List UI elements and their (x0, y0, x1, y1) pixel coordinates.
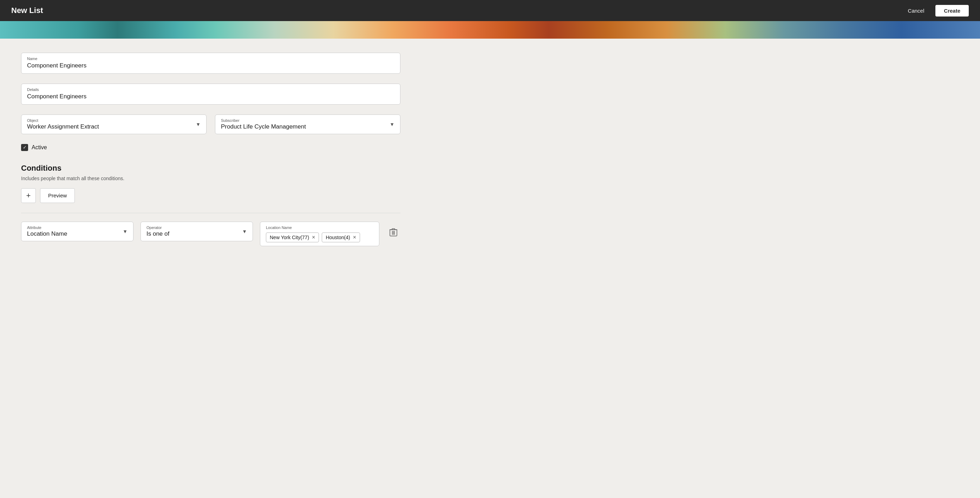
operator-value: Is one of (146, 231, 169, 237)
details-label: Details (27, 88, 395, 92)
main-content: Name Component Engineers Details Compone… (0, 39, 422, 260)
details-field: Details Component Engineers (21, 84, 401, 105)
tag-houston: Houston(4) × (322, 232, 360, 242)
add-condition-button[interactable]: + (21, 188, 36, 203)
operator-select[interactable]: Operator Is one of ▼ (140, 221, 253, 241)
attribute-select[interactable]: Attribute Location Name ▼ (21, 221, 134, 241)
tags-wrapper: Location Name New York City(77) × Housto… (260, 221, 379, 246)
tags-container: New York City(77) × Houston(4) × (266, 232, 373, 242)
condition-row: Attribute Location Name ▼ Operator Is on… (21, 221, 401, 246)
checkmark-icon: ✓ (23, 145, 27, 150)
details-input-wrapper: Details Component Engineers (21, 84, 401, 105)
subscriber-value: Product Life Cycle Management (221, 123, 306, 130)
attribute-field: Attribute Location Name ▼ (21, 221, 134, 241)
selects-row: Object Worker Assignment Extract ▼ Subsc… (21, 115, 401, 134)
name-input-wrapper: Name Component Engineers (21, 53, 401, 74)
operator-select-content: Operator Is one of (146, 226, 169, 237)
subscriber-select[interactable]: Subscriber Product Life Cycle Management… (215, 115, 401, 134)
object-value: Worker Assignment Extract (27, 123, 99, 130)
active-checkbox[interactable]: ✓ (21, 144, 28, 151)
conditions-title: Conditions (21, 164, 401, 173)
attribute-label: Attribute (27, 226, 67, 230)
operator-field: Operator Is one of ▼ (140, 221, 253, 241)
object-label: Object (27, 118, 99, 123)
tag-new-york-label: New York City(77) (270, 235, 309, 240)
conditions-section: Conditions Includes people that match al… (21, 164, 401, 246)
conditions-actions: + Preview (21, 188, 401, 203)
operator-label: Operator (146, 226, 169, 230)
object-select[interactable]: Object Worker Assignment Extract ▼ (21, 115, 207, 134)
active-row: ✓ Active (21, 144, 401, 151)
condition-delete (387, 221, 401, 239)
attribute-value: Location Name (27, 231, 67, 237)
preview-button[interactable]: Preview (40, 188, 75, 203)
cancel-button[interactable]: Cancel (901, 5, 932, 16)
name-field: Name Component Engineers (21, 53, 401, 74)
subscriber-label: Subscriber (221, 118, 306, 123)
decorative-banner (0, 21, 980, 39)
attribute-select-content: Attribute Location Name (27, 226, 67, 237)
create-button[interactable]: Create (935, 5, 969, 16)
page-title: New List (11, 6, 43, 15)
object-chevron-icon: ▼ (196, 121, 200, 127)
object-select-content: Object Worker Assignment Extract (27, 118, 99, 130)
trash-icon (390, 228, 397, 237)
attribute-chevron-icon: ▼ (123, 229, 127, 234)
tag-houston-remove[interactable]: × (353, 235, 356, 240)
operator-chevron-icon: ▼ (242, 229, 247, 234)
name-value[interactable]: Component Engineers (27, 62, 395, 70)
details-value[interactable]: Component Engineers (27, 92, 395, 101)
conditions-divider (21, 213, 401, 213)
tags-label: Location Name (266, 226, 373, 230)
tag-new-york-remove[interactable]: × (312, 235, 315, 240)
tag-new-york: New York City(77) × (266, 232, 319, 242)
tag-houston-label: Houston(4) (326, 235, 350, 240)
delete-condition-button[interactable] (387, 226, 400, 239)
header: New List Cancel Create (0, 0, 980, 21)
conditions-description: Includes people that match all these con… (21, 176, 401, 181)
subscriber-chevron-icon: ▼ (390, 121, 395, 127)
active-label: Active (32, 144, 47, 151)
header-actions: Cancel Create (901, 5, 969, 16)
subscriber-select-content: Subscriber Product Life Cycle Management (221, 118, 306, 130)
condition-value-field: Location Name New York City(77) × Housto… (260, 221, 379, 246)
name-label: Name (27, 57, 395, 61)
